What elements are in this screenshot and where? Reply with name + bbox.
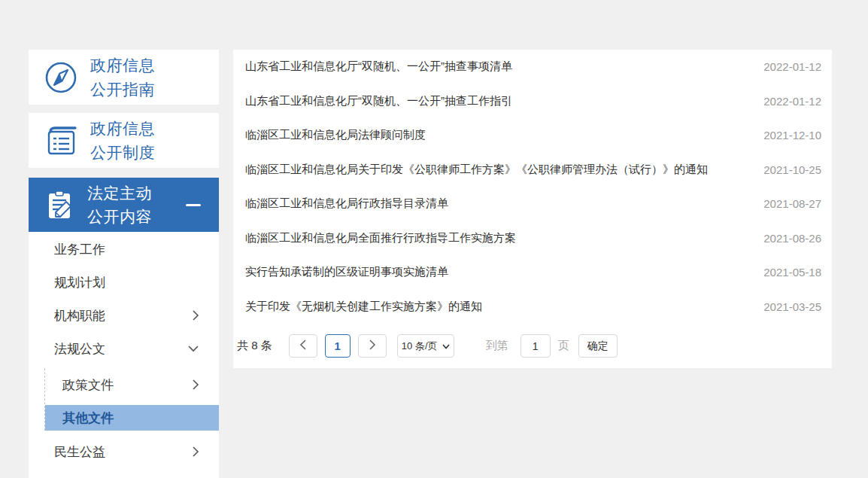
submenu-regulations: 政策文件 其他文件 [44, 368, 219, 431]
prev-page-button[interactable] [289, 334, 317, 358]
sidebar-item-organization-functions[interactable]: 机构职能 [29, 299, 219, 332]
document-date: 2021-03-25 [763, 300, 821, 313]
sidebar-item-public-welfare[interactable]: 民生公益 [29, 435, 219, 468]
chevron-right-icon [192, 446, 199, 458]
minus-icon[interactable] [186, 204, 201, 206]
sidebar-card-label: 政府信息 公开指南 [90, 53, 155, 102]
sidebar-card-label: 政府信息 公开制度 [90, 117, 155, 165]
clipboard-pencil-icon [44, 189, 75, 221]
section-title-line2: 公开内容 [87, 205, 152, 228]
menu-item-label: 政策文件 [62, 376, 114, 394]
document-date: 2021-10-25 [763, 163, 821, 176]
document-date: 2021-08-27 [763, 197, 821, 210]
confirm-button[interactable]: 确定 [578, 334, 618, 358]
section-title: 法定主动 公开内容 [87, 181, 152, 228]
section-title-line1: 法定主动 [87, 181, 152, 205]
document-date: 2021-12-10 [763, 129, 821, 142]
sidebar-item-business-work[interactable]: 业务工作 [29, 233, 219, 266]
goto-page-input[interactable] [520, 334, 551, 358]
page-size-select[interactable]: 10 条/页 [397, 334, 454, 358]
sidebar-item-other-documents[interactable]: 其他文件 [45, 405, 219, 431]
next-page-button[interactable] [358, 334, 387, 358]
list-item[interactable]: 临淄区工业和信息化局行政指导目录清单 2021-08-27 [233, 187, 832, 221]
document-title[interactable]: 山东省工业和信息化厅“双随机、一公开”抽查事项清单 [245, 59, 750, 74]
document-list: 山东省工业和信息化厅“双随机、一公开”抽查事项清单 2022-01-12 山东省… [233, 50, 832, 324]
document-title[interactable]: 山东省工业和信息化厅“双随机、一公开”抽查工作指引 [245, 94, 750, 108]
list-item[interactable]: 临淄区工业和信息化局全面推行行政指导工作实施方案 2021-08-26 [233, 221, 832, 256]
document-title[interactable]: 临淄区工业和信息化局法律顾问制度 [245, 128, 750, 142]
document-date: 2021-05-18 [763, 266, 821, 279]
sidebar-item-regulations-documents[interactable]: 法规公文 [29, 332, 219, 365]
card-label-line2: 公开指南 [90, 78, 155, 102]
menu-item-label: 机构职能 [54, 307, 105, 324]
sidebar-section-legal-disclosure[interactable]: 法定主动 公开内容 [29, 178, 219, 232]
menu-item-label: 民生公益 [54, 443, 105, 461]
sidebar-item-planning[interactable]: 规划计划 [29, 266, 219, 299]
list-item[interactable]: 实行告知承诺制的区级证明事项实施清单 2021-05-18 [233, 255, 832, 290]
sidebar-menu: 业务工作 规划计划 机构职能 法规公文 政策文件 [29, 232, 219, 478]
card-label-line1: 政府信息 [90, 117, 155, 141]
list-item[interactable]: 临淄区工业和信息化局法律顾问制度 2021-12-10 [233, 118, 832, 153]
document-title[interactable]: 临淄区工业和信息化局关于印发《公职律师工作方案》《公职律师管理办法（试行）》的通… [245, 163, 750, 177]
total-count-label: 共 8 条 [237, 339, 272, 353]
document-title[interactable]: 实行告知承诺制的区级证明事项实施清单 [245, 265, 750, 279]
menu-item-label: 规划计划 [54, 274, 105, 291]
document-date: 2021-08-26 [763, 232, 821, 245]
list-item[interactable]: 山东省工业和信息化厅“双随机、一公开”抽查事项清单 2022-01-12 [233, 50, 832, 84]
card-label-line1: 政府信息 [90, 53, 155, 78]
list-item[interactable]: 山东省工业和信息化厅“双随机、一公开”抽查工作指引 2022-01-12 [233, 84, 832, 119]
document-date: 2022-01-12 [763, 60, 821, 73]
sidebar-item-policy-documents[interactable]: 政策文件 [45, 368, 219, 401]
sidebar: 政府信息 公开指南 政府信息 公开制度 [29, 50, 219, 478]
pagination: 共 8 条 1 10 条/页 到第 页 确定 [233, 324, 832, 368]
goto-page-prefix: 到第 [486, 339, 508, 353]
page-size-label: 10 条/页 [402, 339, 438, 353]
card-label-line2: 公开制度 [90, 141, 155, 165]
document-title[interactable]: 临淄区工业和信息化局行政指导目录清单 [245, 196, 750, 211]
menu-item-label: 业务工作 [54, 241, 105, 258]
sidebar-menu-panel: 法定主动 公开内容 业务工作 规划计划 机构职能 法规公文 [29, 178, 219, 478]
chevron-left-icon [299, 339, 307, 353]
compass-icon [44, 60, 78, 95]
sidebar-card-open-system[interactable]: 政府信息 公开制度 [29, 113, 219, 168]
menu-item-label: 其他文件 [62, 409, 114, 427]
sidebar-card-open-guide[interactable]: 政府信息 公开指南 [29, 50, 219, 105]
list-item[interactable]: 临淄区工业和信息化局关于印发《公职律师工作方案》《公职律师管理办法（试行）》的通… [233, 153, 832, 187]
book-lines-icon [44, 123, 78, 158]
chevron-right-icon [192, 309, 199, 321]
menu-item-label: 法规公文 [54, 340, 105, 358]
document-date: 2022-01-12 [763, 95, 821, 108]
goto-page-suffix: 页 [558, 339, 569, 353]
caret-down-icon [442, 340, 450, 352]
document-title[interactable]: 关于印发《无烟机关创建工作实施方案》的通知 [245, 300, 750, 314]
chevron-right-icon [369, 339, 376, 353]
chevron-right-icon [192, 379, 199, 391]
page-number-button[interactable]: 1 [325, 334, 351, 358]
main-content: 山东省工业和信息化厅“双随机、一公开”抽查事项清单 2022-01-12 山东省… [233, 50, 832, 368]
chevron-down-icon [187, 345, 199, 352]
document-title[interactable]: 临淄区工业和信息化局全面推行行政指导工作实施方案 [245, 231, 750, 245]
list-item[interactable]: 关于印发《无烟机关创建工作实施方案》的通知 2021-03-25 [233, 290, 832, 324]
